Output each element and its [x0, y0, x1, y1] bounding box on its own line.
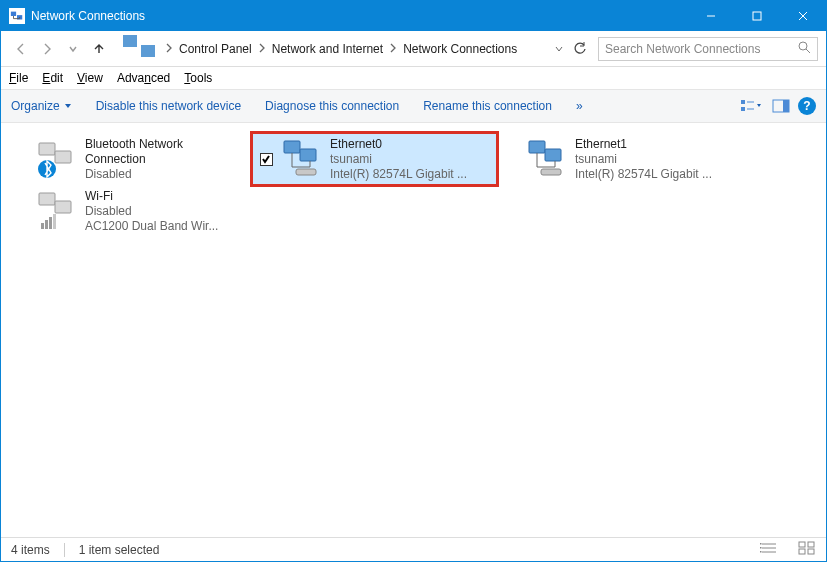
breadcrumb-network-connections[interactable]: Network Connections: [401, 42, 519, 56]
breadcrumb-control-panel[interactable]: Control Panel: [177, 42, 254, 56]
item-detail: Intel(R) 82574L Gigabit ...: [330, 167, 467, 182]
item-name: Bluetooth Network Connection: [85, 137, 246, 167]
forward-button[interactable]: [35, 37, 59, 61]
status-bar: 4 items 1 item selected: [1, 537, 826, 561]
menu-view[interactable]: View: [77, 71, 103, 85]
svg-rect-30: [53, 214, 56, 229]
view-options-button[interactable]: [738, 93, 764, 119]
maximize-button[interactable]: [734, 1, 780, 31]
item-status: Disabled: [85, 167, 246, 182]
ethernet-icon: [525, 137, 569, 181]
chevron-right-icon: [165, 42, 173, 56]
menu-tools[interactable]: Tools: [184, 71, 212, 85]
command-bar: Organize Disable this network device Dia…: [1, 89, 826, 123]
svg-rect-16: [39, 143, 55, 155]
svg-rect-38: [808, 542, 814, 547]
overflow-button[interactable]: »: [576, 99, 583, 113]
address-bar-row: Control Panel Network and Internet Netwo…: [1, 31, 826, 67]
refresh-button[interactable]: [568, 37, 592, 61]
content-area: Bluetooth Network Connection Disabled Et…: [1, 123, 826, 537]
wifi-icon: [35, 189, 79, 233]
rename-button[interactable]: Rename this connection: [423, 99, 552, 113]
ethernet-icon: [280, 137, 324, 181]
svg-rect-35: [760, 547, 762, 549]
item-status: Disabled: [85, 204, 218, 219]
connection-item-ethernet0[interactable]: Ethernet0 tsunami Intel(R) 82574L Gigabi…: [252, 133, 497, 185]
location-icon: [117, 25, 161, 72]
item-checkbox[interactable]: [260, 153, 273, 166]
chevron-right-icon: [389, 42, 397, 56]
svg-rect-3: [753, 12, 761, 20]
svg-rect-37: [799, 542, 805, 547]
svg-rect-36: [760, 551, 762, 553]
details-view-button[interactable]: [760, 541, 778, 558]
large-icons-view-button[interactable]: [798, 541, 816, 558]
svg-rect-29: [49, 217, 52, 229]
disable-device-button[interactable]: Disable this network device: [96, 99, 241, 113]
svg-rect-39: [799, 549, 805, 554]
help-button[interactable]: ?: [798, 97, 816, 115]
organize-button[interactable]: Organize: [11, 99, 72, 113]
menu-advanced[interactable]: Advanced: [117, 71, 170, 85]
minimize-button[interactable]: [688, 1, 734, 31]
connection-item-bluetooth[interactable]: Bluetooth Network Connection Disabled: [7, 133, 252, 185]
item-name: Wi-Fi: [85, 189, 218, 204]
svg-rect-23: [545, 149, 561, 161]
item-name: Ethernet1: [575, 137, 712, 152]
item-status: tsunami: [330, 152, 467, 167]
item-detail: AC1200 Dual Band Wir...: [85, 219, 218, 234]
svg-rect-21: [296, 169, 316, 175]
recent-dropdown[interactable]: [61, 37, 85, 61]
back-button[interactable]: [9, 37, 33, 61]
selection-count: 1 item selected: [79, 543, 160, 557]
item-detail: Intel(R) 82574L Gigabit ...: [575, 167, 712, 182]
search-input[interactable]: Search Network Connections: [598, 37, 818, 61]
menu-file[interactable]: File: [9, 71, 28, 85]
svg-rect-6: [123, 35, 137, 47]
svg-rect-11: [741, 107, 745, 111]
search-icon: [798, 41, 811, 57]
diagnose-button[interactable]: Diagnose this connection: [265, 99, 399, 113]
svg-rect-27: [41, 223, 44, 229]
preview-pane-button[interactable]: [768, 93, 794, 119]
chevron-right-icon: [258, 42, 266, 56]
svg-line-9: [806, 49, 810, 53]
menu-bar: File Edit View Advanced Tools: [1, 67, 826, 89]
connection-item-wifi[interactable]: Wi-Fi Disabled AC1200 Dual Band Wir...: [7, 185, 252, 237]
connection-item-ethernet1[interactable]: Ethernet1 tsunami Intel(R) 82574L Gigabi…: [497, 133, 742, 185]
svg-rect-7: [141, 45, 155, 57]
item-status: tsunami: [575, 152, 712, 167]
search-placeholder: Search Network Connections: [605, 42, 760, 56]
bluetooth-icon: [35, 137, 79, 181]
svg-rect-15: [783, 100, 789, 112]
svg-point-8: [799, 42, 807, 50]
close-button[interactable]: [780, 1, 826, 31]
svg-rect-22: [529, 141, 545, 153]
svg-rect-24: [541, 169, 561, 175]
svg-rect-25: [39, 193, 55, 205]
svg-rect-28: [45, 220, 48, 229]
breadcrumb-network-internet[interactable]: Network and Internet: [270, 42, 385, 56]
address-dropdown[interactable]: [550, 44, 568, 54]
app-icon: [9, 8, 25, 24]
item-name: Ethernet0: [330, 137, 467, 152]
address-bar[interactable]: Control Panel Network and Internet Netwo…: [117, 37, 546, 61]
svg-rect-10: [741, 100, 745, 104]
svg-rect-40: [808, 549, 814, 554]
window-title: Network Connections: [31, 9, 688, 23]
svg-rect-19: [284, 141, 300, 153]
menu-edit[interactable]: Edit: [42, 71, 63, 85]
svg-rect-17: [55, 151, 71, 163]
svg-rect-34: [760, 543, 762, 545]
svg-rect-0: [11, 12, 16, 16]
svg-rect-26: [55, 201, 71, 213]
up-button[interactable]: [87, 37, 111, 61]
item-count: 4 items: [11, 543, 50, 557]
svg-rect-20: [300, 149, 316, 161]
